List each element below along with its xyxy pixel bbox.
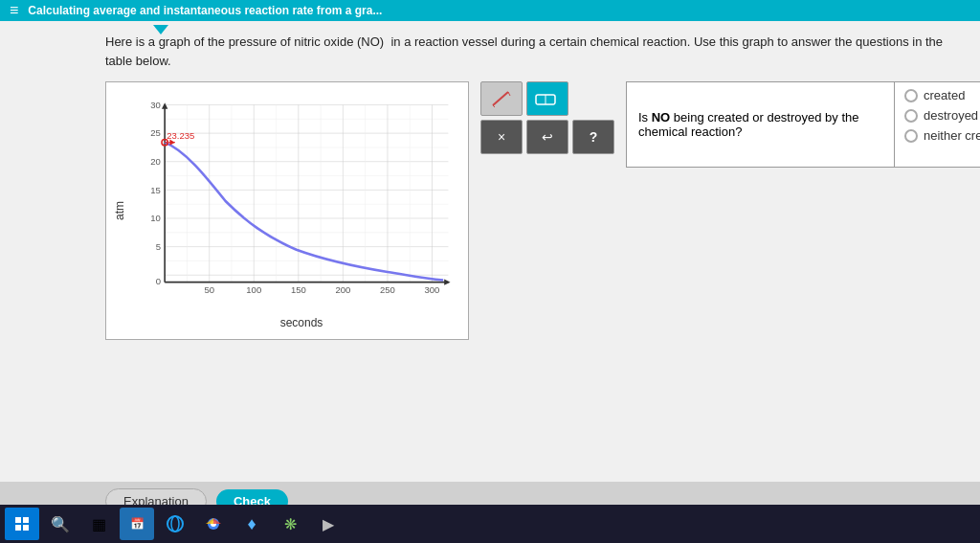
main-content: Here is a graph of the pressure of nitri…: [0, 21, 980, 482]
question-area: Is NO being created or destroyed by the …: [626, 81, 980, 168]
action-tools-row: × ↩ ?: [480, 120, 614, 154]
svg-rect-54: [15, 525, 21, 531]
taskbar: 🔍 ▦ 📅 ♦ ❋ ▶: [0, 505, 980, 543]
svg-line-49: [493, 105, 495, 107]
content-row: atm: [105, 81, 961, 340]
ie-button[interactable]: [158, 508, 192, 540]
mint-button[interactable]: ❋: [273, 508, 307, 540]
svg-text:15: 15: [150, 185, 161, 195]
help-button[interactable]: ?: [572, 120, 614, 154]
drawing-tools-row: [480, 81, 614, 116]
option-created-label: created: [924, 88, 965, 102]
svg-text:5: 5: [156, 241, 161, 252]
svg-marker-29: [444, 279, 450, 284]
y-axis-label: atm: [113, 201, 126, 220]
graph-xlabel: seconds: [145, 316, 458, 329]
option-destroyed-label: destroyed: [924, 108, 978, 123]
svg-text:250: 250: [380, 284, 395, 295]
svg-marker-28: [162, 102, 167, 108]
graph-svg: 30 25 20 15 10 5 0 50 100 150 200 250 30…: [145, 92, 458, 310]
task-view-button[interactable]: ▦: [81, 508, 116, 540]
svg-rect-52: [15, 517, 21, 523]
radio-created[interactable]: [904, 89, 918, 102]
option-neither[interactable]: neither created nor destroyed: [904, 128, 980, 143]
svg-text:20: 20: [150, 156, 161, 167]
tools-panel: × ↩ ?: [480, 81, 614, 154]
svg-text:50: 50: [204, 284, 214, 295]
radio-neither[interactable]: [904, 129, 918, 143]
question-stem-cell: Is NO being created or destroyed by the …: [627, 82, 895, 167]
pencil-tool-button[interactable]: [480, 81, 523, 116]
calendar-button[interactable]: 📅: [120, 508, 154, 540]
svg-rect-53: [23, 517, 29, 523]
question-table: Is NO being created or destroyed by the …: [626, 81, 980, 168]
svg-text:300: 300: [425, 284, 440, 295]
svg-text:30: 30: [150, 100, 161, 110]
clear-button[interactable]: ×: [480, 120, 523, 154]
top-bar-title: Calculating average and instantaneous re…: [28, 4, 382, 17]
svg-text:25: 25: [150, 127, 161, 138]
svg-point-56: [167, 516, 183, 532]
question-stem: Is NO being created or destroyed by the …: [638, 110, 882, 139]
dropdown-indicator[interactable]: [153, 21, 168, 38]
svg-point-57: [171, 516, 179, 532]
svg-text:0: 0: [156, 276, 161, 286]
radio-destroyed[interactable]: [904, 109, 918, 123]
description-text: Here is a graph of the pressure of nitri…: [105, 33, 961, 70]
start-button[interactable]: [5, 508, 39, 540]
option-destroyed[interactable]: destroyed: [904, 108, 980, 123]
svg-line-48: [508, 92, 510, 96]
top-bar: ≡ Calculating average and instantaneous …: [0, 0, 980, 21]
svg-text:10: 10: [150, 213, 161, 223]
chrome-button[interactable]: [196, 508, 231, 540]
graph-wrapper: atm: [105, 81, 469, 340]
svg-text:23.235: 23.235: [167, 130, 194, 141]
option-created[interactable]: created: [904, 88, 980, 102]
svg-text:150: 150: [291, 284, 306, 295]
svg-text:100: 100: [246, 284, 261, 295]
kde-button[interactable]: ♦: [234, 508, 269, 540]
search-taskbar-button[interactable]: 🔍: [43, 508, 78, 540]
graph-container: atm: [105, 81, 469, 340]
steam-button[interactable]: ▶: [311, 508, 345, 540]
svg-line-47: [493, 92, 508, 105]
svg-text:200: 200: [335, 284, 350, 295]
question-options-cell: created destroyed neither created nor de…: [895, 82, 980, 167]
menu-icon[interactable]: ≡: [10, 2, 18, 19]
eraser-tool-button[interactable]: [526, 81, 568, 116]
option-neither-label: neither created nor destroyed: [924, 128, 980, 143]
undo-button[interactable]: ↩: [526, 120, 568, 154]
question-row: Is NO being created or destroyed by the …: [627, 82, 980, 167]
svg-rect-55: [23, 525, 29, 531]
